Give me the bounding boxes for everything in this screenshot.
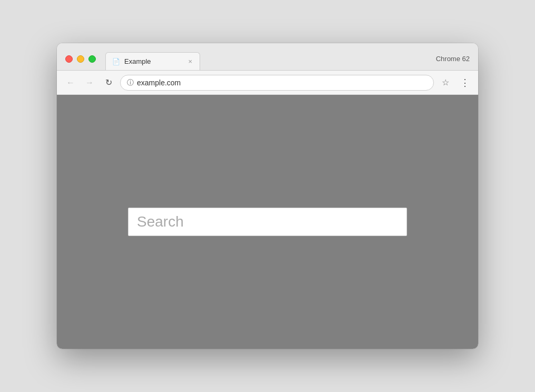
tab-title: Example: [124, 57, 183, 65]
reload-button[interactable]: ↻: [101, 75, 116, 90]
maximize-button[interactable]: [88, 55, 96, 63]
address-bar[interactable]: ⓘ example.com: [120, 75, 434, 91]
address-text: example.com: [137, 79, 427, 87]
reload-icon: ↻: [105, 77, 112, 87]
traffic-lights: [65, 55, 96, 63]
star-icon: ☆: [442, 77, 449, 87]
forward-button[interactable]: →: [82, 75, 97, 90]
tab-close-button[interactable]: ×: [187, 57, 193, 65]
browser-window: 📄 Example × Chrome 62 ← → ↻ ⓘ example.co…: [57, 43, 478, 349]
search-input[interactable]: [128, 208, 407, 236]
minimize-button[interactable]: [77, 55, 84, 63]
info-icon: ⓘ: [127, 78, 134, 87]
tab-icon: 📄: [112, 58, 120, 65]
back-button[interactable]: ←: [63, 75, 78, 90]
page-content: [57, 95, 478, 349]
menu-button[interactable]: ⋮: [457, 75, 472, 90]
back-icon: ←: [66, 78, 75, 87]
bookmark-button[interactable]: ☆: [438, 75, 453, 90]
toolbar: ← → ↻ ⓘ example.com ☆ ⋮: [57, 71, 478, 95]
chrome-version-label: Chrome 62: [436, 55, 470, 63]
browser-tab[interactable]: 📄 Example ×: [105, 52, 200, 70]
close-button[interactable]: [65, 55, 73, 63]
menu-icon: ⋮: [460, 77, 469, 89]
forward-icon: →: [85, 78, 94, 87]
title-bar: 📄 Example × Chrome 62: [57, 43, 478, 71]
tab-area: 📄 Example ×: [105, 52, 472, 70]
